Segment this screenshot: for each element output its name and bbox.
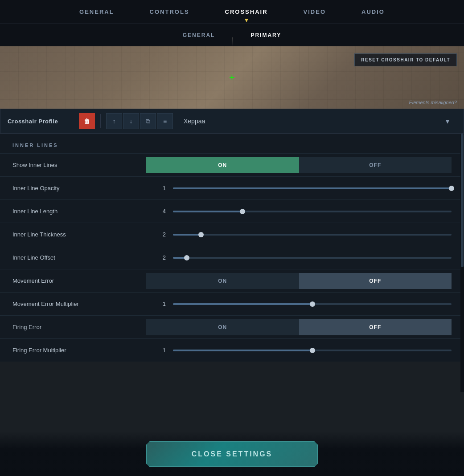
delete-profile-button[interactable]: 🗑 <box>79 113 95 129</box>
inner-line-thickness-label: Inner Line Thickness <box>12 231 146 238</box>
inner-line-length-label: Inner Line Length <box>12 208 146 215</box>
nav-general[interactable]: GENERAL <box>75 8 119 15</box>
firing-error-toggle: On Off <box>146 319 452 335</box>
firing-error-off-button[interactable]: Off <box>299 319 452 335</box>
rename-profile-button[interactable]: ≡ <box>157 113 173 129</box>
movement-error-multiplier-label: Movement Error Multiplier <box>12 301 146 307</box>
setting-row-inner-line-offset: Inner Line Offset 2 <box>0 246 464 269</box>
profile-label: Crosshair Profile <box>8 118 79 125</box>
crosshair-symbol: + <box>229 73 235 82</box>
firing-error-multiplier-value: 1 <box>146 347 173 354</box>
profile-row: Crosshair Profile 🗑 ↑ ↓ ⧉ ≡ Xeppaa ▾ <box>0 109 464 134</box>
firing-error-on-button[interactable]: On <box>146 319 299 335</box>
inner-line-opacity-thumb[interactable] <box>449 186 454 191</box>
close-settings-container: CLOSE SETTINGS <box>0 431 464 476</box>
setting-row-inner-line-opacity: Inner Line Opacity 1 <box>0 176 464 199</box>
reset-crosshair-button[interactable]: RESET CROSSHAIR TO DEFAULT <box>354 53 457 66</box>
divider <box>100 114 101 128</box>
misaligned-text: Elements misaligned? <box>409 100 457 105</box>
setting-row-movement-error-multiplier: Movement Error Multiplier 1 <box>0 292 464 315</box>
firing-error-multiplier-fill <box>173 350 312 351</box>
settings-main: INNER LINES Show Inner Lines On Off Inne… <box>0 134 464 362</box>
movement-error-on-button[interactable]: On <box>146 273 299 289</box>
nav-video[interactable]: VIDEO <box>299 8 330 15</box>
copy-profile-button[interactable]: ⧉ <box>140 113 156 129</box>
top-navigation: GENERAL CONTROLS CROSSHAIR VIDEO AUDIO <box>0 0 464 24</box>
inner-line-opacity-slider[interactable] <box>173 187 452 189</box>
inner-line-opacity-fill <box>173 187 452 189</box>
show-inner-lines-off-button[interactable]: Off <box>299 157 452 173</box>
inner-line-length-fill <box>173 211 242 212</box>
setting-row-show-inner-lines: Show Inner Lines On Off <box>0 153 464 176</box>
setting-row-inner-line-thickness: Inner Line Thickness 2 <box>0 223 464 246</box>
inner-line-opacity-value: 1 <box>146 185 173 191</box>
inner-line-thickness-fill <box>173 234 201 236</box>
profile-selected-name: Xeppaa <box>184 118 205 125</box>
profile-icon-group: 🗑 ↑ ↓ ⧉ ≡ <box>79 113 173 129</box>
inner-line-thickness-slider[interactable] <box>173 234 452 236</box>
show-inner-lines-label: Show Inner Lines <box>12 162 146 168</box>
firing-error-label: Firing Error <box>12 324 146 330</box>
share-profile-button[interactable]: ↑ <box>106 113 122 129</box>
settings-scroll-area[interactable]: INNER LINES Show Inner Lines On Off Inne… <box>0 134 464 392</box>
inner-line-length-thumb[interactable] <box>240 209 245 214</box>
movement-error-toggle: On Off <box>146 273 452 289</box>
profile-name-dropdown[interactable]: Xeppaa ▾ <box>177 117 456 126</box>
nav-audio[interactable]: AUDIO <box>357 8 389 15</box>
nav-crosshair[interactable]: CROSSHAIR <box>221 8 272 15</box>
scrollbar-thumb[interactable] <box>461 134 464 267</box>
inner-line-offset-value: 2 <box>146 254 173 261</box>
setting-row-inner-line-length: Inner Line Length 4 <box>0 199 464 223</box>
show-inner-lines-on-button[interactable]: On <box>146 157 299 173</box>
inner-line-opacity-label: Inner Line Opacity <box>12 185 146 191</box>
movement-error-label: Movement Error <box>12 277 146 284</box>
setting-row-movement-error: Movement Error On Off <box>0 269 464 292</box>
crosshair-preview: + RESET CROSSHAIR TO DEFAULT Elements mi… <box>0 46 464 109</box>
close-settings-button[interactable]: CLOSE SETTINGS <box>146 441 318 467</box>
movement-error-multiplier-thumb[interactable] <box>310 301 315 307</box>
import-profile-button[interactable]: ↓ <box>123 113 139 129</box>
inner-line-thickness-value: 2 <box>146 231 173 238</box>
setting-row-firing-error: Firing Error On Off <box>0 315 464 338</box>
chevron-down-icon: ▾ <box>446 117 449 126</box>
inner-line-length-slider[interactable] <box>173 211 452 212</box>
sub-navigation: GENERAL PRIMARY <box>0 24 464 46</box>
firing-error-multiplier-thumb[interactable] <box>310 348 315 353</box>
scrollbar[interactable] <box>460 134 464 392</box>
subnav-primary[interactable]: PRIMARY <box>233 28 299 43</box>
show-inner-lines-toggle: On Off <box>146 157 452 173</box>
inner-line-length-value: 4 <box>146 208 173 215</box>
nav-controls[interactable]: CONTROLS <box>145 8 194 15</box>
inner-line-offset-slider[interactable] <box>173 257 452 259</box>
subnav-general[interactable]: GENERAL <box>165 28 233 43</box>
inner-line-offset-label: Inner Line Offset <box>12 254 146 261</box>
movement-error-off-button[interactable]: Off <box>299 273 452 289</box>
movement-error-multiplier-fill <box>173 303 312 305</box>
movement-error-multiplier-value: 1 <box>146 301 173 307</box>
firing-error-multiplier-label: Firing Error Multiplier <box>12 347 146 354</box>
inner-line-thickness-thumb[interactable] <box>198 232 204 237</box>
inner-lines-section-title: INNER LINES <box>0 134 464 153</box>
inner-line-offset-thumb[interactable] <box>184 255 189 260</box>
firing-error-multiplier-slider[interactable] <box>173 350 452 351</box>
movement-error-multiplier-slider[interactable] <box>173 303 452 305</box>
setting-row-firing-error-multiplier: Firing Error Multiplier 1 <box>0 338 464 362</box>
